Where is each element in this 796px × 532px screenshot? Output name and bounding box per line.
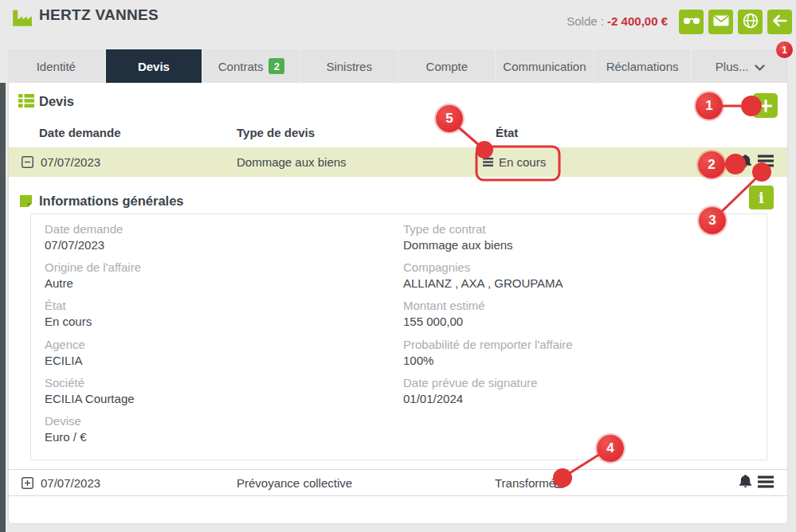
- tab-devis[interactable]: Devis: [106, 49, 202, 83]
- field-value: Dommage aux biens: [403, 237, 746, 253]
- website-button[interactable]: [738, 10, 763, 34]
- tab-plus[interactable]: Plus...: [692, 49, 788, 83]
- chevron-down-icon: [755, 60, 765, 73]
- row-type: Dommage aux biens: [237, 147, 347, 177]
- field-value: Autre: [45, 276, 387, 291]
- row-date: 07/07/2023: [41, 470, 100, 495]
- field-label: Date demande: [45, 221, 387, 237]
- bell-icon: [738, 474, 753, 491]
- field-value: 07/07/2023: [45, 237, 387, 253]
- balance-value: -2 400,00 €: [607, 14, 668, 28]
- devis-row-collapsed[interactable]: 07/07/2023 Prévoyance collective Transfo…: [9, 469, 787, 496]
- row-etat: Transformé: [495, 470, 555, 495]
- field-label: Devise: [45, 413, 387, 429]
- bell-icon: [738, 154, 753, 171]
- row-menu-button[interactable]: [758, 147, 774, 177]
- field-label: État: [45, 298, 387, 314]
- column-header-date: Date demande: [39, 126, 121, 139]
- field-value: ECILIA Courtage: [45, 391, 387, 407]
- field-value: 155 000,00: [403, 314, 746, 330]
- row-etat[interactable]: En cours: [483, 147, 546, 177]
- column-header-etat: État: [496, 126, 518, 139]
- globe-icon: [743, 13, 759, 32]
- row-type: Prévoyance collective: [237, 470, 352, 495]
- contrats-count-badge: 2: [269, 58, 284, 74]
- field-value: ECILIA: [45, 353, 387, 369]
- email-button[interactable]: [708, 10, 733, 34]
- field-label: Probabilité de remporter l'affaire: [403, 337, 746, 353]
- table-list-icon: [18, 94, 34, 111]
- section-title-informations: Informations générales: [39, 194, 184, 209]
- hamburger-menu-icon: [758, 155, 774, 170]
- devis-row-expanded[interactable]: 07/07/2023 Dommage aux biens En cours: [9, 147, 787, 177]
- status-menu-icon: [483, 155, 493, 169]
- field-value: Euro / €: [45, 429, 387, 445]
- section-title-devis: Devis: [39, 94, 74, 109]
- transformed-edit-icon[interactable]: [554, 470, 567, 495]
- view-button[interactable]: [679, 10, 704, 34]
- devis-panel: Devis Date demande Type de devis État 07…: [8, 83, 788, 524]
- envelope-icon: [713, 15, 729, 29]
- plus-tab-notification-badge: 1: [776, 41, 793, 58]
- field-value: 01/01/2024: [403, 391, 746, 407]
- balance: Solde : -2 400,00 €: [567, 14, 668, 28]
- tab-communication[interactable]: Communication: [496, 49, 593, 83]
- row-menu-button[interactable]: [758, 470, 774, 495]
- expand-row-icon[interactable]: [22, 470, 33, 495]
- row-alert-button[interactable]: [738, 147, 753, 177]
- field-label: Agence: [45, 337, 387, 353]
- add-devis-button[interactable]: [753, 93, 778, 118]
- field-label: Compagnies: [403, 260, 746, 276]
- sticky-note-icon: [18, 194, 33, 212]
- info-button[interactable]: i: [749, 186, 774, 209]
- tab-identite[interactable]: Identité: [8, 49, 104, 83]
- field-label: Type de contrat: [403, 221, 746, 237]
- field-label: Société: [45, 375, 387, 391]
- tab-compte[interactable]: Compte: [399, 49, 496, 83]
- field-value: ALLIANZ , AXA , GROUPAMA: [403, 276, 746, 291]
- back-button[interactable]: [767, 10, 792, 34]
- hamburger-menu-icon: [758, 475, 774, 491]
- field-label: Date prévue de signature: [403, 375, 746, 391]
- tab-contrats[interactable]: Contrats 2: [203, 49, 300, 83]
- arrow-left-icon: [772, 14, 787, 30]
- field-value: En cours: [45, 314, 387, 330]
- collapse-row-icon[interactable]: [22, 147, 33, 177]
- tab-reclamations[interactable]: Réclamations: [594, 49, 691, 83]
- field-value: 100%: [403, 353, 746, 369]
- row-date: 07/07/2023: [41, 147, 100, 177]
- client-title: HERTZ VANNES: [39, 6, 159, 24]
- tab-sinistres[interactable]: Sinistres: [301, 49, 398, 83]
- field-label: Origine de l'affaire: [45, 260, 387, 276]
- balance-label: Solde :: [567, 14, 604, 28]
- factory-icon: [10, 8, 33, 30]
- field-label: Montant estimé: [403, 298, 746, 314]
- tab-bar: Identité Devis Contrats 2 Sinistres Comp…: [8, 49, 788, 83]
- row-alert-button[interactable]: [738, 470, 753, 495]
- left-edge-strip: [0, 83, 6, 532]
- glasses-icon: [683, 15, 700, 29]
- column-header-type: Type de devis: [237, 126, 315, 139]
